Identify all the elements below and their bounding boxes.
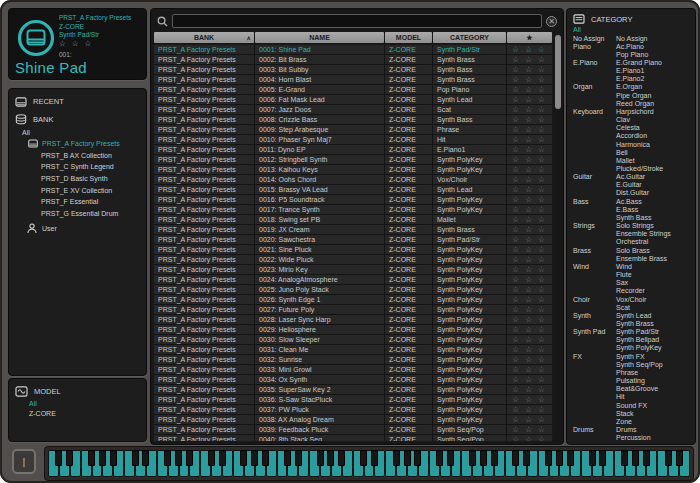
table-row[interactable]: PRST_A Factory Presets0029: HeliosphereZ… [154,325,552,334]
category-sub-item[interactable]: Synth Lead [616,312,695,320]
category-sub-item[interactable]: Synth Seq/Pop [616,361,695,369]
table-row[interactable]: PRST_A Factory Presets0015: Brassy VA Le… [154,185,552,194]
cell-rating-stars[interactable]: ☆ ☆ ☆ [507,45,552,54]
table-row[interactable]: PRST_A Factory Presets0020: SawchestraZ-… [154,235,552,244]
cell-rating-stars[interactable]: ☆ ☆ ☆ [507,185,552,194]
piano-key-black[interactable] [175,450,182,466]
column-header-name[interactable]: NAME [255,32,384,43]
table-row[interactable]: PRST_A Factory Presets0013: Kaihou KeysZ… [154,165,552,174]
cell-rating-stars[interactable]: ☆ ☆ ☆ [507,155,552,164]
cell-rating-stars[interactable]: ☆ ☆ ☆ [507,135,552,144]
cell-rating-stars[interactable]: ☆ ☆ ☆ [507,95,552,104]
category-group-name[interactable]: Guitar [573,173,616,197]
piano-key-black[interactable] [295,450,302,466]
category-sub-item[interactable]: Clav [616,116,695,124]
table-row[interactable]: PRST_A Factory Presets0010: Phaser Syn M… [154,135,552,144]
table-row[interactable]: PRST_A Factory Presets0031: Clean MeZ-CO… [154,345,552,354]
piano-key-black[interactable] [327,450,334,466]
table-row[interactable]: PRST_A Factory Presets0009: Step Arabesq… [154,125,552,134]
category-sub-item[interactable]: Ac.Piano [616,43,695,51]
category-sub-item[interactable]: Percussion [616,434,695,442]
category-sub-item[interactable]: Flute [616,271,695,279]
category-group-name[interactable]: FX [573,353,616,426]
cell-rating-stars[interactable]: ☆ ☆ ☆ [507,375,552,384]
piano-key-black[interactable] [251,450,258,466]
category-sub-item[interactable]: E.Grand Piano [616,59,695,67]
table-row[interactable]: PRST_A Factory Presets0011: Dyno EPZ-COR… [154,145,552,154]
piano-key-black[interactable] [219,450,226,466]
bank-all-item[interactable]: All [9,127,146,138]
category-sub-item[interactable]: Ensemble Brass [616,255,695,263]
patch-rating-stars[interactable]: ☆ ☆ ☆ [59,40,131,49]
table-row[interactable]: PRST_A Factory Presets0022: Wide PluckZ-… [154,255,552,264]
piano-key-black[interactable] [469,450,476,466]
table-row[interactable]: PRST_A Factory Presets0018: Swing set PB… [154,215,552,224]
category-sub-item[interactable]: E.Guitar [616,181,695,189]
category-sub-item[interactable]: E.Bass [616,206,695,214]
category-sub-item[interactable]: Hit [616,393,695,401]
cell-rating-stars[interactable]: ☆ ☆ ☆ [507,245,552,254]
bank-item[interactable]: PRST_D Basic Synth [9,173,146,185]
piano-key-black[interactable] [55,450,62,466]
cell-rating-stars[interactable]: ☆ ☆ ☆ [507,275,552,284]
cell-rating-stars[interactable]: ☆ ☆ ☆ [507,55,552,64]
keyboard-panel-toggle-button[interactable]: | [12,449,36,474]
category-group-name[interactable]: Choir [573,296,616,312]
search-clear-button[interactable]: ✕ [546,16,557,27]
column-header-bank[interactable]: BANK∧ [154,32,254,43]
cell-rating-stars[interactable]: ☆ ☆ ☆ [507,215,552,224]
category-sub-item[interactable]: Wind [616,263,695,271]
category-sub-item[interactable]: Ensemble Strings [616,230,695,238]
category-group-name[interactable]: Bass [573,198,616,222]
category-sub-item[interactable]: Pop Piano [616,51,695,59]
category-sub-item[interactable]: Scat [616,304,695,312]
category-sub-item[interactable]: Phrase [616,369,695,377]
cell-rating-stars[interactable]: ☆ ☆ ☆ [507,85,552,94]
cell-rating-stars[interactable]: ☆ ☆ ☆ [507,435,552,441]
table-row[interactable]: PRST_A Factory Presets0039: Feedback Plu… [154,425,552,434]
piano-key-black[interactable] [621,450,628,466]
cell-rating-stars[interactable]: ☆ ☆ ☆ [507,105,552,114]
model-item-zcore[interactable]: Z-CORE [29,409,146,419]
category-sub-item[interactable]: Beat&Groove [616,385,695,393]
piano-key-black[interactable] [186,450,193,466]
category-sub-item[interactable]: Recorder [616,287,695,295]
table-row[interactable]: PRST_A Factory Presets0014: Oohs ChordZ-… [154,175,552,184]
category-sub-item[interactable]: Solo Brass [616,247,695,255]
table-row[interactable]: PRST_A Factory Presets0036: S-Saw StacPl… [154,395,552,404]
table-row[interactable]: PRST_A Factory Presets0008: Crizzle Bass… [154,115,552,124]
column-header-model[interactable]: MODEL [385,32,432,43]
category-sub-item[interactable]: Sound FX [616,402,695,410]
cell-rating-stars[interactable]: ☆ ☆ ☆ [507,75,552,84]
cell-rating-stars[interactable]: ☆ ☆ ☆ [507,115,552,124]
cell-rating-stars[interactable]: ☆ ☆ ☆ [507,225,552,234]
model-item-all[interactable]: All [29,399,146,409]
bank-item[interactable]: PRST_C Synth Legend [9,161,146,173]
category-sub-item[interactable]: No Assign [616,35,695,43]
piano-key-black[interactable] [262,450,269,466]
cell-rating-stars[interactable]: ☆ ☆ ☆ [507,385,552,394]
table-row[interactable]: PRST_A Factory Presets0028: Laser Sync H… [154,315,552,324]
category-sub-item[interactable]: Dist.Guitar [616,189,695,197]
bank-item[interactable]: PRST_A Factory Presets [9,138,146,150]
category-sub-item[interactable]: Pipe Organ [616,92,695,100]
piano-key-black[interactable] [284,450,291,466]
table-row[interactable]: PRST_A Factory Presets0012: Stringbell S… [154,155,552,164]
cell-rating-stars[interactable]: ☆ ☆ ☆ [507,205,552,214]
table-row[interactable]: PRST_A Factory Presets0025: Juno Poly St… [154,285,552,294]
cell-rating-stars[interactable]: ☆ ☆ ☆ [507,345,552,354]
category-sub-item[interactable]: Ac.Bass [616,198,695,206]
category-sub-item[interactable]: Harmonica [616,141,695,149]
piano-key-black[interactable] [480,450,487,466]
piano-key-black[interactable] [393,450,400,466]
cell-rating-stars[interactable]: ☆ ☆ ☆ [507,335,552,344]
category-sub-item[interactable]: Harpsichord [616,108,695,116]
piano-key-black[interactable] [142,450,149,466]
category-sub-item[interactable]: Reed Organ [616,100,695,108]
table-scrollbar-thumb[interactable] [555,35,561,109]
cell-rating-stars[interactable]: ☆ ☆ ☆ [507,145,552,154]
table-row[interactable]: PRST_A Factory Presets0034: Ox SynthZ-CO… [154,375,552,384]
table-row[interactable]: PRST_A Factory Presets0040: 8th Stack Se… [154,435,552,441]
piano-key-black[interactable] [88,450,95,466]
cell-rating-stars[interactable]: ☆ ☆ ☆ [507,395,552,404]
